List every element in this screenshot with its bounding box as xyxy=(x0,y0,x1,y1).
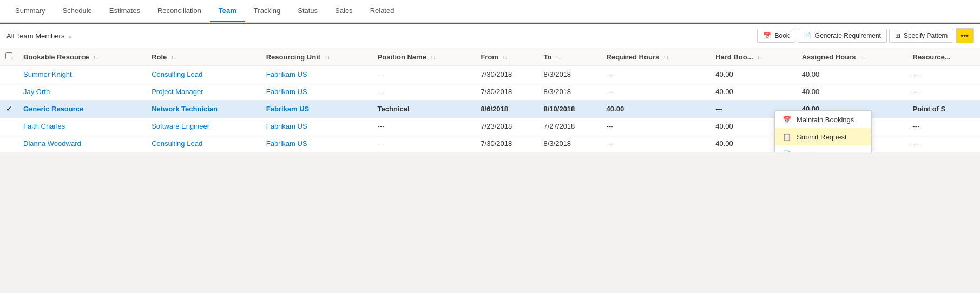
row-check-cell xyxy=(0,83,18,101)
row-position-name: Technical xyxy=(372,101,476,118)
row-role: Consulting Lead xyxy=(146,135,261,152)
menu-item-submit-request[interactable]: 📋 Submit Request xyxy=(775,128,871,145)
tab-team[interactable]: Team xyxy=(210,0,245,22)
col-check xyxy=(0,48,18,66)
sort-role-icon[interactable]: ↑↓ xyxy=(171,55,176,61)
generate-requirement-button[interactable]: 📄 Generate Requirement xyxy=(798,29,887,43)
tab-reconciliation[interactable]: Reconciliation xyxy=(149,0,210,22)
role-link[interactable]: Software Engineer xyxy=(152,122,209,130)
resourcing-unit-link[interactable]: Fabrikam US xyxy=(266,122,307,130)
table-row: Jay OrthProject ManagerFabrikam US---7/3… xyxy=(0,83,980,101)
row-resource: --- xyxy=(907,83,980,101)
resourcing-unit-link[interactable]: Fabrikam US xyxy=(266,139,307,148)
bookable-resource-link[interactable]: Faith Charles xyxy=(23,122,65,130)
content-area: All Team Members ⌄ 📅 Book 📄 Generate Req… xyxy=(0,23,980,152)
col-hard-boo: Hard Boo... ↑↓ xyxy=(710,48,797,66)
more-button[interactable]: ••• xyxy=(956,28,974,43)
book-button[interactable]: 📅 Book xyxy=(757,29,795,43)
specify-pattern-button[interactable]: ⊞ Specify Pattern xyxy=(889,29,953,43)
col-resourcing-unit-label: Resourcing Unit xyxy=(266,53,320,61)
toolbar-right: 📅 Book 📄 Generate Requirement ⊞ Specify … xyxy=(757,28,974,43)
col-assigned-hours-label: Assigned Hours xyxy=(802,53,856,61)
confirm-icon: 📄 xyxy=(782,150,791,152)
row-required-hours: --- xyxy=(601,66,711,83)
toolbar: All Team Members ⌄ 📅 Book 📄 Generate Req… xyxy=(0,24,980,48)
generate-icon: 📄 xyxy=(804,32,812,39)
calendar-icon: 📅 xyxy=(782,115,791,124)
row-bookable-resource[interactable]: Dianna Woodward xyxy=(18,135,146,152)
row-to: 8/3/2018 xyxy=(538,83,601,101)
bookable-resource-link[interactable]: Dianna Woodward xyxy=(23,139,81,148)
row-required-hours: --- xyxy=(601,83,711,101)
sort-from-icon[interactable]: ↑↓ xyxy=(503,55,508,61)
tab-estimates[interactable]: Estimates xyxy=(101,0,149,22)
row-bookable-resource[interactable]: Faith Charles xyxy=(18,118,146,135)
tab-sales[interactable]: Sales xyxy=(326,0,361,22)
row-bookable-resource[interactable]: Generic Resource xyxy=(18,101,146,118)
row-assigned-hours: 40.00 xyxy=(797,83,907,101)
col-role-label: Role xyxy=(152,53,167,61)
menu-item-maintain-bookings[interactable]: 📅 Maintain Bookings xyxy=(775,111,871,128)
col-hard-boo-label: Hard Boo... xyxy=(715,53,753,61)
row-resourcing-unit: Fabrikam US xyxy=(261,135,372,152)
row-position-name: --- xyxy=(372,83,476,101)
filter-dropdown[interactable]: All Team Members ⌄ xyxy=(6,32,73,40)
role-link[interactable]: Consulting Lead xyxy=(152,70,202,78)
book-icon: 📅 xyxy=(763,32,771,39)
row-to: 8/10/2018 xyxy=(538,101,601,118)
maintain-bookings-label: Maintain Bookings xyxy=(797,116,854,124)
row-from: 7/30/2018 xyxy=(475,66,538,83)
row-position-name: --- xyxy=(372,135,476,152)
generate-req-label: Generate Requirement xyxy=(815,32,881,39)
col-to: To ↑↓ xyxy=(538,48,601,66)
row-resourcing-unit: Fabrikam US xyxy=(261,83,372,101)
bookable-resource-link[interactable]: Generic Resource xyxy=(23,105,83,113)
row-resource: --- xyxy=(907,66,980,83)
col-position-name: Position Name ↑↓ xyxy=(372,48,476,66)
tab-summary[interactable]: Summary xyxy=(6,0,54,22)
row-position-name: --- xyxy=(372,66,476,83)
row-check-cell xyxy=(0,118,18,135)
sort-resourcing-icon[interactable]: ↑↓ xyxy=(325,55,330,61)
row-resourcing-unit: Fabrikam US xyxy=(261,101,372,118)
row-role: Software Engineer xyxy=(146,118,261,135)
resourcing-unit-link[interactable]: Fabrikam US xyxy=(266,70,307,78)
role-link[interactable]: Project Manager xyxy=(152,88,203,96)
col-from-label: From xyxy=(481,53,498,61)
submit-icon: 📋 xyxy=(782,132,791,141)
row-assigned-hours: 40.00 xyxy=(797,66,907,83)
confirm-label: Confirm xyxy=(797,150,821,153)
resourcing-unit-link[interactable]: Fabrikam US xyxy=(266,105,309,113)
select-all-checkbox[interactable] xyxy=(5,52,12,59)
sort-to-icon[interactable]: ↑↓ xyxy=(556,55,561,61)
tab-status[interactable]: Status xyxy=(289,0,326,22)
row-required-hours: 40.00 xyxy=(601,101,711,118)
sort-assigned-hours-icon[interactable]: ↑↓ xyxy=(860,55,865,61)
role-link[interactable]: Network Technician xyxy=(152,105,218,113)
pattern-icon: ⊞ xyxy=(895,32,900,39)
tab-tracking[interactable]: Tracking xyxy=(245,0,289,22)
row-bookable-resource[interactable]: Jay Orth xyxy=(18,83,146,101)
bookable-resource-link[interactable]: Jay Orth xyxy=(23,88,50,96)
chevron-down-icon: ⌄ xyxy=(68,32,73,39)
bookable-resource-link[interactable]: Summer Knight xyxy=(23,70,72,78)
sort-bookable-resource-icon[interactable]: ↑↓ xyxy=(93,55,98,61)
sort-hard-boo-icon[interactable]: ↑↓ xyxy=(757,55,762,61)
row-bookable-resource[interactable]: Summer Knight xyxy=(18,66,146,83)
row-resource: --- xyxy=(907,135,980,152)
context-menu: 📅 Maintain Bookings 📋 Submit Request 📄 C… xyxy=(774,110,872,152)
app-container: Summary Schedule Estimates Reconciliatio… xyxy=(0,0,980,152)
sort-required-hours-icon[interactable]: ↑↓ xyxy=(663,55,669,61)
table-container: Bookable Resource ↑↓ Role ↑↓ Resourcing … xyxy=(0,48,980,152)
col-resourcing-unit: Resourcing Unit ↑↓ xyxy=(261,48,372,66)
sort-position-icon[interactable]: ↑↓ xyxy=(431,55,436,61)
resourcing-unit-link[interactable]: Fabrikam US xyxy=(266,88,307,96)
row-required-hours: --- xyxy=(601,118,711,135)
row-to: 8/3/2018 xyxy=(538,66,601,83)
menu-item-confirm[interactable]: 📄 Confirm xyxy=(775,145,871,152)
tab-schedule[interactable]: Schedule xyxy=(54,0,101,22)
role-link[interactable]: Consulting Lead xyxy=(152,139,202,148)
nav-tabs: Summary Schedule Estimates Reconciliatio… xyxy=(0,0,980,23)
col-from: From ↑↓ xyxy=(475,48,538,66)
tab-related[interactable]: Related xyxy=(361,0,403,22)
